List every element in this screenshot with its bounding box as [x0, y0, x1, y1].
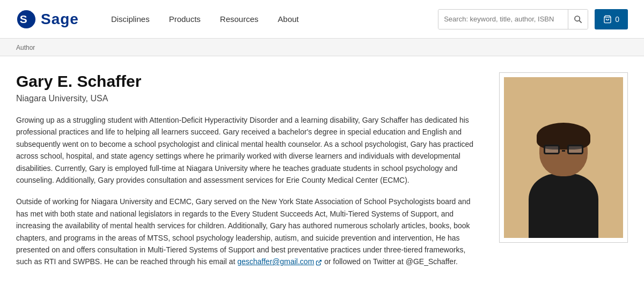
breadcrumb: Author — [16, 44, 35, 51]
svg-text:S: S — [20, 12, 27, 25]
glasses-right — [567, 145, 583, 154]
search-button[interactable] — [568, 10, 588, 29]
photo-head — [539, 125, 588, 176]
main-nav: Disciplines Products Resources About — [111, 14, 438, 24]
cart-icon — [603, 15, 612, 24]
glasses-left — [544, 145, 560, 154]
glasses-bridge — [562, 150, 565, 152]
search-icon — [574, 15, 582, 24]
photo-body — [529, 174, 598, 238]
bio-text-after-email: or followed on Twitter at @GE_Schaffer. — [322, 257, 458, 266]
search-input[interactable] — [438, 10, 568, 29]
author-info: Gary E. Schaffer Niagara University, USA… — [16, 72, 483, 278]
search-box — [438, 9, 588, 29]
nav-item-products[interactable]: Products — [169, 14, 201, 24]
author-bio-paragraph-1: Growing up as a struggling student with … — [16, 114, 483, 186]
main-content: Gary E. Schaffer Niagara University, USA… — [0, 56, 644, 299]
nav-item-about[interactable]: About — [278, 14, 299, 24]
photo-background — [504, 77, 623, 238]
search-area: 0 — [438, 9, 628, 29]
sage-logo-icon: S — [16, 9, 36, 29]
author-photo — [504, 77, 623, 238]
author-email-link[interactable]: geschaffer@gmail.com — [237, 257, 314, 266]
breadcrumb-bar: Author — [0, 39, 644, 56]
cart-button[interactable]: 0 — [595, 9, 628, 29]
bio-text-before-email: Outside of working for Niagara Universit… — [16, 197, 471, 266]
photo-glasses — [544, 144, 583, 155]
svg-point-1 — [575, 16, 580, 21]
nav-item-disciplines[interactable]: Disciplines — [111, 14, 150, 24]
author-affiliation: Niagara University, USA — [16, 94, 483, 103]
author-name: Gary E. Schaffer — [16, 72, 483, 91]
nav-item-resources[interactable]: Resources — [220, 14, 259, 24]
logo-link[interactable]: S Sage — [16, 9, 79, 29]
logo-text: Sage — [41, 11, 79, 28]
svg-line-2 — [580, 20, 582, 23]
author-photo-container — [499, 72, 628, 243]
photo-person — [529, 125, 598, 238]
header: S Sage Disciplines Products Resources Ab… — [0, 0, 644, 39]
cart-count: 0 — [615, 15, 619, 24]
external-link-icon — [316, 259, 322, 266]
author-bio-paragraph-2: Outside of working for Niagara Universit… — [16, 196, 483, 267]
svg-line-4 — [318, 260, 321, 263]
